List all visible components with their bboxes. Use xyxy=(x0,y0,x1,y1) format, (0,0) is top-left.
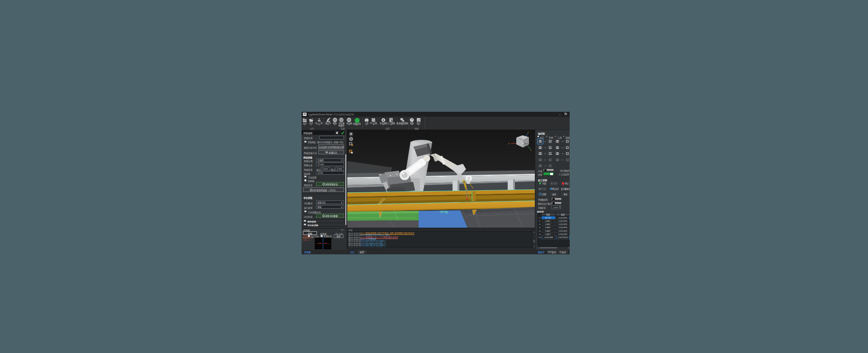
svg-text:X: X xyxy=(508,143,509,145)
svg-text:?: ? xyxy=(411,118,413,121)
svg-text:Z: Z xyxy=(528,131,529,134)
svg-text:BACK: BACK xyxy=(524,143,528,145)
svg-text:Y: Y xyxy=(530,149,532,152)
